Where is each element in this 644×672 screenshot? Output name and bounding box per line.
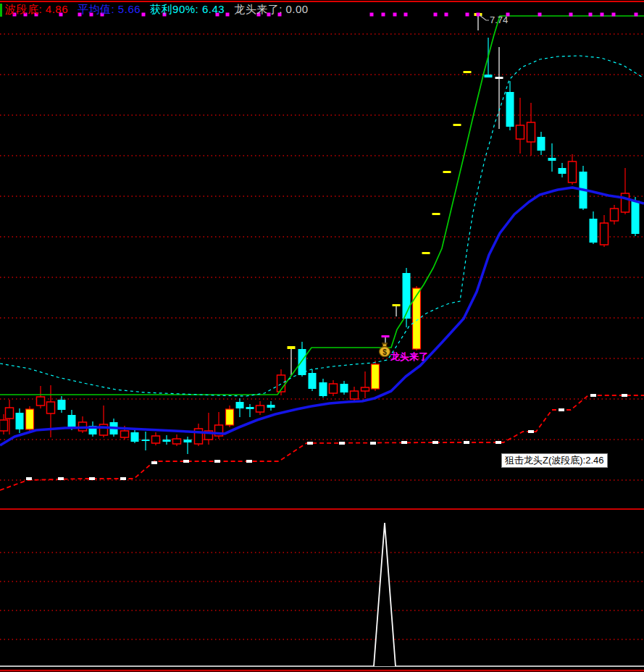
money-bag-icon: $ — [380, 343, 390, 357]
stock-chart-window: { "header": { "items": [ {"label": "波段底"… — [0, 0, 644, 672]
indicator-average: 平均值: 5.66 — [78, 3, 141, 15]
svg-text:$: $ — [382, 348, 387, 356]
indicator-band-bottom: 波段底: 4.86 — [5, 3, 68, 15]
blue-ma-line — [0, 188, 644, 445]
candles-layer — [0, 13, 640, 454]
support-dashed-line — [0, 394, 644, 490]
signal-spike — [374, 523, 396, 666]
price-pointer-line — [480, 15, 489, 20]
left-edge-tick — [0, 4, 2, 17]
grid-lines — [0, 34, 644, 639]
indicator-tooltip: 狙击龙头Z(波段底):2.46 — [501, 453, 608, 468]
price-marker-label: 7.74 — [490, 14, 508, 25]
cyan-dashed-line — [0, 56, 644, 396]
candlestick-chart[interactable]: $ — [0, 0, 644, 672]
signal-text: 龙头来了 — [390, 350, 428, 364]
green-trend-line — [0, 16, 644, 395]
indicator-dragon: 龙头来了: 0.00 — [234, 3, 309, 15]
frame-lines — [0, 1, 644, 671]
indicator-header: 波段底: 4.86 平均值: 5.66 获利90%: 6.43 龙头来了: 0.… — [5, 3, 309, 15]
indicator-profit90: 获利90%: 6.43 — [150, 3, 225, 15]
